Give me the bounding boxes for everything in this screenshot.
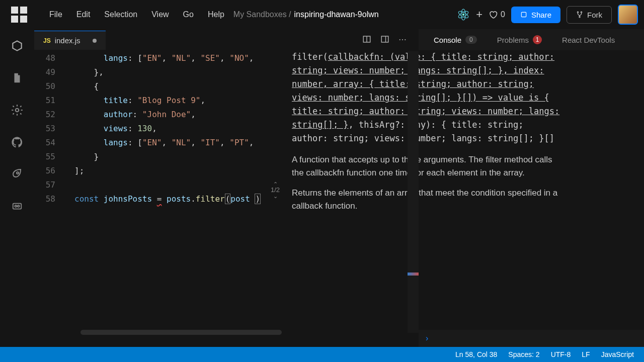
line-number: 55 xyxy=(34,150,64,164)
share-button[interactable]: Share xyxy=(511,7,560,23)
status-encoding[interactable]: UTF-8 xyxy=(551,350,571,358)
svg-point-9 xyxy=(17,172,19,174)
svg-point-12 xyxy=(18,205,20,207)
console-input[interactable]: › xyxy=(419,330,644,347)
codeium-icon[interactable] xyxy=(457,8,470,21)
signature-pager[interactable]: ⌃ 1/2 ⌄ xyxy=(271,181,280,199)
fork-button[interactable]: Fork xyxy=(567,6,612,24)
status-language[interactable]: JavaScript xyxy=(601,350,634,358)
status-eol[interactable]: LF xyxy=(582,350,590,358)
editor-line[interactable]: 51 title: "Blog Post 9", xyxy=(34,94,286,108)
tab-react-devtools[interactable]: React DevTools xyxy=(552,32,625,48)
js-badge-icon: JS xyxy=(43,37,51,44)
like-count: 0 xyxy=(501,10,505,19)
tab-problems[interactable]: Problems 1 xyxy=(487,31,552,48)
add-icon[interactable]: + xyxy=(476,8,482,21)
console-count-badge: 0 xyxy=(465,36,477,44)
signature-desc-1: A function that accepts up to three argu… xyxy=(292,153,564,179)
status-bar: Ln 58, Col 38 Spaces: 2 UTF-8 LF JavaScr… xyxy=(0,347,644,362)
status-position[interactable]: Ln 58, Col 38 xyxy=(455,350,497,358)
editor-line[interactable]: 56]; xyxy=(34,164,286,178)
editor-tabs: JS index.js ⋯ xyxy=(34,29,417,51)
code-editor[interactable]: 48 langs: ["EN", "NL", "SE", "NO",49 },5… xyxy=(34,51,286,333)
svg-point-11 xyxy=(15,205,17,207)
editor-line[interactable]: 48 langs: ["EN", "NL", "SE", "NO", xyxy=(34,51,286,65)
devtools-tabs: Console 0 Problems 1 React DevTools xyxy=(419,29,644,50)
svg-point-5 xyxy=(577,12,578,13)
editor-line[interactable]: 52 author: "John Doe", xyxy=(34,108,286,122)
tab-indexjs[interactable]: JS index.js xyxy=(34,31,106,50)
line-number: 58 xyxy=(34,192,64,206)
deploy-icon[interactable] xyxy=(11,168,24,181)
editor-line[interactable]: 49 }, xyxy=(34,65,286,79)
menu-file[interactable]: File xyxy=(42,7,69,22)
file-icon[interactable] xyxy=(11,71,24,84)
avatar[interactable] xyxy=(618,5,638,25)
dirty-indicator-icon xyxy=(93,39,97,43)
signature-desc-2: Returns the elements of an array that me… xyxy=(292,187,564,213)
like-button[interactable]: 0 xyxy=(489,10,505,19)
tab-filename: index.js xyxy=(55,36,80,45)
signature-help-popup: filter(callbackfn: (value: { title: stri… xyxy=(292,50,564,220)
breadcrumb[interactable]: My Sandboxes / inspiring-dhawan-9olwn xyxy=(233,10,379,19)
svg-rect-15 xyxy=(381,36,388,42)
svg-point-8 xyxy=(16,109,19,112)
line-number: 56 xyxy=(34,164,64,178)
minimap[interactable] xyxy=(408,51,419,333)
tab-console[interactable]: Console 0 xyxy=(424,32,487,48)
status-spaces[interactable]: Spaces: 2 xyxy=(508,350,539,358)
menu-go[interactable]: Go xyxy=(176,7,201,22)
horizontal-scrollbar[interactable] xyxy=(80,330,282,335)
codesandbox-logo[interactable] xyxy=(11,7,27,23)
breadcrumb-parent: My Sandboxes / xyxy=(233,10,291,19)
menu-view[interactable]: View xyxy=(144,7,176,22)
svg-point-7 xyxy=(579,17,580,18)
editor-line[interactable]: 58const johnsPosts = posts.filter(post ) xyxy=(34,192,286,206)
svg-point-6 xyxy=(581,12,582,13)
menu-edit[interactable]: Edit xyxy=(69,7,98,22)
settings-icon[interactable] xyxy=(11,104,24,117)
chevron-down-icon[interactable]: ⌄ xyxy=(271,193,280,199)
activity-bar xyxy=(0,29,34,347)
editor-line[interactable]: 53 views: 130, xyxy=(34,122,286,136)
editor-line[interactable]: 50 { xyxy=(34,79,286,94)
menu-help[interactable]: Help xyxy=(201,7,231,22)
live-icon[interactable] xyxy=(11,200,24,213)
sandbox-icon[interactable] xyxy=(11,39,24,52)
svg-rect-4 xyxy=(521,12,526,17)
svg-point-0 xyxy=(462,14,464,16)
line-number: 49 xyxy=(34,65,64,79)
line-number: 52 xyxy=(34,108,64,122)
line-number: 48 xyxy=(34,51,64,65)
chevron-right-icon: › xyxy=(426,334,428,343)
minimap-marker xyxy=(408,273,419,276)
pager-label: 1/2 xyxy=(271,187,280,193)
menu-selection[interactable]: Selection xyxy=(97,7,144,22)
line-number: 50 xyxy=(34,79,64,94)
line-number: 57 xyxy=(34,178,64,192)
problems-count-badge: 1 xyxy=(533,35,542,44)
split-editor-icon[interactable] xyxy=(362,35,371,46)
line-number: 51 xyxy=(34,94,64,108)
line-number: 54 xyxy=(34,136,64,150)
line-number: 53 xyxy=(34,122,64,136)
menu-bar: FileEditSelectionViewGoHelp My Sandboxes… xyxy=(0,0,644,29)
github-icon[interactable] xyxy=(11,136,24,149)
more-icon[interactable]: ⋯ xyxy=(398,35,407,46)
layout-icon[interactable] xyxy=(380,35,389,46)
editor-line[interactable]: 57 xyxy=(34,178,286,192)
editor-line[interactable]: 55 } xyxy=(34,150,286,164)
editor-line[interactable]: 54 langs: ["EN", "NL", "IT", "PT", xyxy=(34,136,286,150)
breadcrumb-title[interactable]: inspiring-dhawan-9olwn xyxy=(294,10,379,19)
